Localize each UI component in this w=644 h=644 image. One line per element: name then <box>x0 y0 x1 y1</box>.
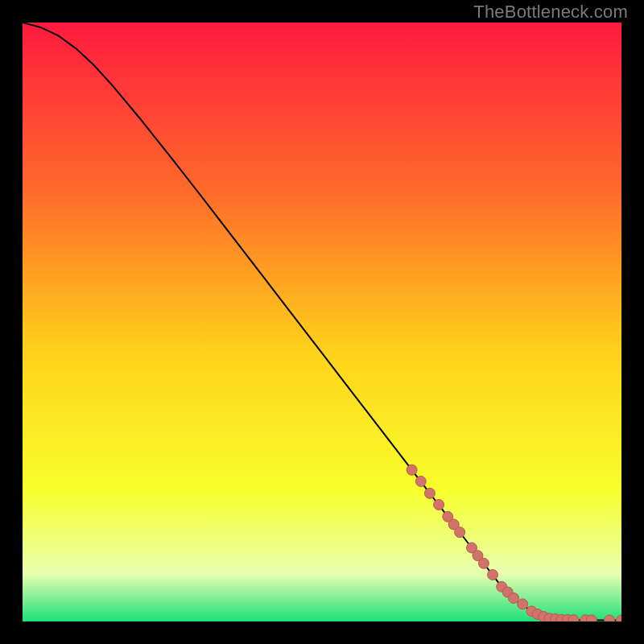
gradient-background <box>23 23 621 621</box>
data-marker <box>488 569 498 580</box>
chart-frame: TheBottleneck.com <box>0 0 644 644</box>
data-marker <box>415 476 426 486</box>
data-marker <box>605 615 615 621</box>
data-marker <box>586 615 597 621</box>
attribution-text: TheBottleneck.com <box>473 2 628 23</box>
data-marker <box>568 615 579 621</box>
data-marker <box>455 527 465 538</box>
data-marker <box>509 592 519 603</box>
data-marker <box>478 558 489 568</box>
data-marker <box>518 599 528 609</box>
plot-area <box>23 23 621 621</box>
data-marker <box>434 499 444 510</box>
data-marker <box>407 464 417 475</box>
plot-svg <box>23 23 621 621</box>
data-marker <box>424 488 435 498</box>
